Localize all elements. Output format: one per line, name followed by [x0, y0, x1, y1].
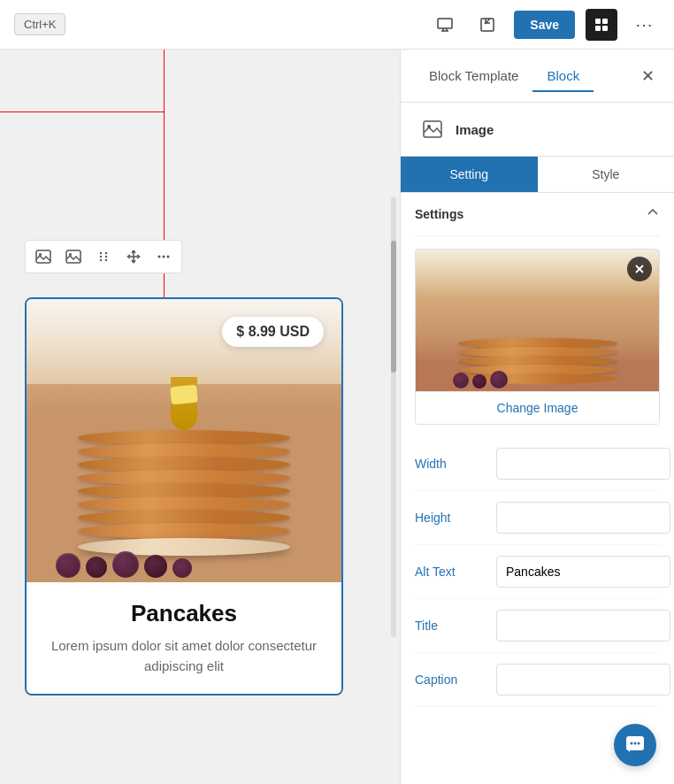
svg-point-28 — [638, 742, 640, 745]
alt-text-field-row: Alt Text — [415, 545, 660, 599]
desktop-view-button[interactable] — [429, 9, 461, 41]
three-dots-icon — [157, 250, 171, 264]
chevron-up-icon — [646, 205, 660, 223]
block-view-button[interactable] — [586, 9, 617, 41]
title-field-row: Title — [415, 599, 660, 653]
block-toolbar — [25, 240, 182, 273]
desktop-icon — [436, 16, 454, 34]
external-link-button[interactable] — [471, 9, 503, 41]
image-preview — [416, 250, 659, 391]
settings-section: Settings — [401, 193, 674, 707]
width-input[interactable] — [496, 448, 670, 480]
svg-point-18 — [100, 259, 102, 261]
topbar-right: Save ⋯ — [429, 9, 660, 41]
svg-rect-8 — [595, 26, 601, 31]
remove-image-button[interactable] — [627, 257, 652, 281]
height-label: Height — [415, 511, 486, 525]
berry3 — [112, 551, 139, 578]
drag-icon — [96, 250, 111, 264]
caption-input[interactable] — [496, 664, 670, 696]
svg-point-20 — [158, 256, 161, 258]
berries-container — [27, 538, 341, 582]
svg-rect-7 — [602, 19, 608, 24]
height-input[interactable] — [496, 502, 670, 534]
canvas-scroll-thumb — [391, 241, 396, 373]
height-field-row: Height — [415, 491, 660, 545]
sidebar-tabs: Block Template Block ✕ — [401, 50, 674, 103]
svg-point-27 — [634, 742, 637, 745]
svg-point-16 — [100, 256, 102, 257]
topbar: Ctrl+K Save ⋯ — [0, 0, 674, 50]
settings-accordion-header[interactable]: Settings — [415, 193, 660, 236]
block-type-icon — [418, 115, 447, 143]
canvas: $ 8.99 USD Pancakes Lorem ipsum dolor si… — [0, 50, 400, 784]
svg-point-22 — [167, 256, 170, 258]
move-icon — [126, 249, 142, 265]
toolbar-drag-button[interactable] — [89, 242, 118, 271]
berry2 — [86, 557, 107, 578]
s-berries — [416, 360, 659, 391]
block-card-image: $ 8.99 USD — [27, 299, 341, 582]
block-type-header: Image — [401, 103, 674, 157]
topbar-left: Ctrl+K — [14, 13, 65, 35]
settings-label: Settings — [415, 207, 463, 221]
pancake-8 — [78, 523, 290, 539]
title-input[interactable] — [496, 610, 670, 642]
price-tag: $ 8.99 USD — [222, 317, 324, 347]
sidebar-pancake-bg — [416, 250, 659, 391]
chat-button[interactable] — [614, 724, 656, 766]
block-icon — [593, 16, 610, 34]
image-preview-container: Change Image — [415, 249, 660, 425]
svg-point-17 — [105, 256, 107, 257]
more-options-button[interactable]: ⋯ — [628, 9, 660, 41]
berry5 — [172, 558, 192, 578]
toolbar-move-button[interactable] — [119, 242, 148, 271]
sidebar-content: Settings — [401, 193, 674, 784]
caption-label: Caption — [415, 673, 486, 687]
svg-point-21 — [163, 256, 165, 258]
image-icon — [35, 249, 51, 265]
svg-point-15 — [105, 252, 107, 254]
svg-rect-0 — [438, 19, 452, 28]
toolbar-more-button[interactable] — [149, 242, 178, 271]
title-label: Title — [415, 619, 486, 633]
setting-style-tabs: Setting Style — [401, 157, 674, 193]
s-berry3 — [490, 371, 508, 388]
style-tab[interactable]: Style — [538, 157, 675, 192]
alt-text-label: Alt Text — [415, 565, 486, 579]
toolbar-image2-button[interactable] — [59, 242, 88, 271]
block-type-label: Image — [456, 122, 494, 137]
setting-tab[interactable]: Setting — [401, 157, 538, 192]
sidebar: Block Template Block ✕ Image Setting Sty… — [400, 50, 674, 784]
svg-point-26 — [631, 742, 633, 745]
chat-icon — [624, 734, 646, 756]
alt-text-input[interactable] — [496, 556, 670, 588]
chevron-icon-svg — [646, 205, 660, 219]
guide-line-horizontal — [0, 111, 164, 112]
svg-rect-9 — [602, 26, 608, 31]
width-label: Width — [415, 457, 486, 471]
block-card[interactable]: $ 8.99 USD Pancakes Lorem ipsum dolor si… — [25, 297, 343, 696]
svg-point-19 — [105, 259, 107, 261]
canvas-scrollbar[interactable] — [391, 196, 396, 637]
s-berry2 — [472, 374, 486, 388]
close-x-icon — [634, 264, 645, 274]
save-button[interactable]: Save — [514, 11, 575, 39]
svg-rect-6 — [595, 19, 601, 24]
sidebar-close-button[interactable]: ✕ — [635, 64, 660, 88]
main-area: $ 8.99 USD Pancakes Lorem ipsum dolor si… — [0, 50, 674, 784]
caption-field-row: Caption — [415, 653, 660, 707]
toolbar-image-button[interactable] — [29, 242, 57, 271]
block-tab[interactable]: Block — [532, 61, 594, 92]
image2-icon — [65, 249, 81, 265]
butter — [170, 385, 198, 405]
width-field-row: Width — [415, 437, 660, 491]
berry1 — [56, 553, 80, 578]
block-template-tab[interactable]: Block Template — [415, 61, 532, 92]
change-image-button[interactable]: Change Image — [416, 391, 659, 424]
block-card-body: Pancakes Lorem ipsum dolor sit amet dolo… — [27, 582, 341, 694]
keyboard-shortcut[interactable]: Ctrl+K — [14, 13, 65, 35]
s-berry1 — [453, 373, 469, 388]
image-block-icon — [423, 119, 442, 139]
svg-point-14 — [100, 252, 102, 254]
